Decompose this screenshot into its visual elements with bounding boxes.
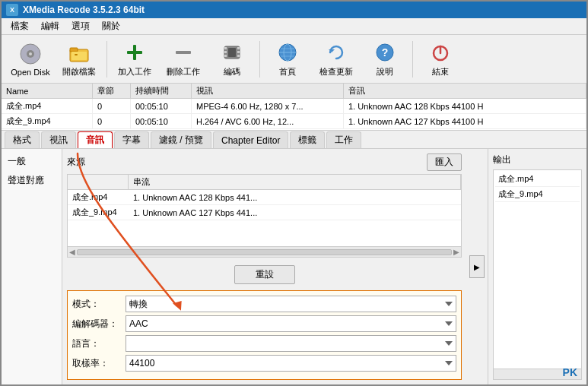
- menu-file[interactable]: 檔案: [5, 18, 35, 34]
- language-row: 語言：: [72, 335, 456, 352]
- file-audio-1: 1. Unknown AAC 127 Kbps 44100 H: [344, 114, 586, 128]
- encoder-label: 編解碼器：: [72, 318, 126, 331]
- help-label: 說明: [377, 66, 393, 78]
- encoder-row: 編解碼器： AAC MP3 AC3 FLAC: [72, 315, 456, 332]
- tab-format[interactable]: 格式: [5, 131, 40, 148]
- tab-video[interactable]: 視訊: [41, 131, 76, 148]
- output-row-0[interactable]: 成全.mp4: [495, 172, 580, 187]
- add-job-label: 加入工作: [118, 66, 151, 78]
- svg-rect-9: [176, 51, 191, 54]
- help-button[interactable]: ? 說明: [362, 39, 408, 80]
- output-row-1[interactable]: 成全_9.mp4: [495, 187, 580, 202]
- import-button[interactable]: 匯入: [427, 153, 462, 171]
- menu-edit[interactable]: 編輯: [35, 18, 65, 34]
- file-name-1: 成全_9.mp4: [2, 114, 93, 128]
- source-header-name: [68, 175, 129, 189]
- source-label: 來源: [67, 156, 85, 169]
- svg-rect-17: [228, 48, 236, 57]
- tab-tag[interactable]: 標籤: [290, 131, 325, 148]
- sample-rate-select[interactable]: 44100 48000 22050: [126, 355, 456, 372]
- source-row-1[interactable]: 成全_9.mp4 1. Unknown AAC 127 Kbps 441...: [68, 205, 461, 220]
- exit-label: 結束: [432, 66, 449, 78]
- svg-rect-14: [237, 47, 240, 49]
- check-update-button[interactable]: 檢查更新: [313, 39, 359, 80]
- header-duration: 持續時間: [131, 84, 192, 98]
- file-duration-1: 00:05:10: [131, 114, 192, 128]
- source-header-stream: 串流: [129, 175, 461, 189]
- home-label: 首頁: [279, 66, 296, 78]
- svg-rect-12: [224, 51, 227, 53]
- toolbar-separator-2: [259, 41, 260, 78]
- menu-options[interactable]: 選項: [65, 18, 96, 34]
- main-content: 一般 聲道對應 來源 匯入 串流 成全.mp4 1. Unknown: [2, 149, 586, 384]
- source-file-1: 成全_9.mp4: [68, 205, 129, 220]
- right-panel: 輸出 成全.mp4 成全_9.mp4: [488, 149, 586, 384]
- power-icon: [428, 40, 453, 65]
- source-scrollbar[interactable]: ◀ ▶: [67, 247, 462, 258]
- file-row-0[interactable]: 成全.mp4 0 00:05:10 MPEG-4 6.00 Hz, 1280 x…: [2, 99, 586, 114]
- toolbar-separator-3: [412, 41, 413, 78]
- transfer-arrow-button[interactable]: ▶: [469, 255, 485, 278]
- exit-button[interactable]: 結束: [418, 39, 463, 80]
- svg-rect-13: [224, 55, 227, 57]
- mode-row: 模式： 轉換 複製 停用: [72, 296, 456, 312]
- open-disk-label: Open Disk: [11, 68, 49, 77]
- add-job-button[interactable]: 加入工作: [112, 39, 157, 80]
- file-chapter-1: 0: [93, 114, 131, 128]
- tab-audio[interactable]: 音訊: [78, 131, 113, 148]
- file-video-0: MPEG-4 6.00 Hz, 1280 x 7...: [192, 99, 344, 113]
- header-video: 視訊: [192, 84, 344, 98]
- tab-chapter-editor[interactable]: Chapter Editor: [213, 131, 288, 148]
- remove-job-button[interactable]: 刪除工作: [161, 39, 206, 80]
- home-button[interactable]: 首頁: [265, 39, 310, 80]
- reset-button[interactable]: 重設: [234, 265, 295, 284]
- toolbar-separator-1: [106, 41, 107, 78]
- source-row-0[interactable]: 成全.mp4 1. Unknown AAC 128 Kbps 441...: [68, 190, 461, 205]
- language-label: 語言：: [72, 337, 126, 350]
- left-panel: 一般 聲道對應: [2, 149, 62, 384]
- svg-point-2: [29, 52, 32, 55]
- source-table-header: 串流: [68, 175, 461, 190]
- scrollbar-track[interactable]: [77, 249, 452, 255]
- minus-icon: [171, 40, 195, 65]
- left-panel-channel-map[interactable]: 聲道對應: [2, 171, 62, 190]
- remove-job-label: 刪除工作: [167, 66, 200, 78]
- mode-label: 模式：: [72, 298, 126, 311]
- svg-rect-5: [72, 52, 87, 60]
- mode-select[interactable]: 轉換 複製 停用: [126, 296, 456, 312]
- source-stream-1: 1. Unknown AAC 127 Kbps 441...: [129, 205, 461, 220]
- svg-rect-16: [237, 55, 240, 57]
- pk-label: PK: [563, 366, 577, 378]
- svg-rect-11: [224, 47, 227, 49]
- folder-icon: [67, 40, 91, 65]
- question-icon: ?: [373, 40, 397, 65]
- source-stream-0: 1. Unknown AAC 128 Kbps 441...: [129, 190, 461, 204]
- tabs-area: 格式 視訊 音訊 字幕 濾鏡 / 預覽 Chapter Editor 標籤 工作: [2, 131, 586, 149]
- file-list-header: Name 章節 持續時間 視訊 音訊: [2, 84, 586, 99]
- encoder-select[interactable]: AAC MP3 AC3 FLAC: [126, 315, 456, 332]
- encode-button[interactable]: 編碼: [209, 39, 255, 80]
- params-section: 模式： 轉換 複製 停用 編解碼器： AAC MP3 AC3 FLAC: [67, 290, 462, 380]
- svg-rect-8: [127, 51, 142, 54]
- svg-rect-4: [70, 48, 78, 52]
- language-select[interactable]: [126, 335, 456, 352]
- menu-bar: 檔案 編輯 選項 關於: [2, 18, 586, 35]
- tab-job[interactable]: 工作: [326, 131, 361, 148]
- header-audio: 音訊: [344, 84, 586, 98]
- center-panel: 來源 匯入 串流 成全.mp4 1. Unknown AAC 128 Kbps …: [62, 149, 466, 384]
- tab-filter-preview[interactable]: 濾鏡 / 預覽: [151, 131, 211, 148]
- source-header: 來源 匯入: [67, 153, 462, 171]
- tab-subtitle[interactable]: 字幕: [114, 131, 149, 148]
- open-disk-button[interactable]: Open Disk: [8, 39, 53, 80]
- svg-rect-15: [237, 51, 240, 53]
- file-list-area: Name 章節 持續時間 視訊 音訊 成全.mp4 0 00:05:10 MPE…: [2, 84, 586, 131]
- open-file-button[interactable]: 開啟檔案: [56, 39, 102, 80]
- open-file-label: 開啟檔案: [62, 66, 96, 78]
- source-file-0: 成全.mp4: [68, 190, 129, 204]
- left-panel-general[interactable]: 一般: [2, 152, 62, 171]
- menu-about[interactable]: 關於: [96, 18, 126, 34]
- title-bar: X XMedia Recode 3.5.2.3 64bit: [2, 2, 586, 18]
- output-file-0: 成全.mp4: [498, 173, 533, 185]
- file-row-1[interactable]: 成全_9.mp4 0 00:05:10 H.264 / AVC 6.00 Hz,…: [2, 114, 586, 129]
- encode-label: 編碼: [224, 66, 240, 78]
